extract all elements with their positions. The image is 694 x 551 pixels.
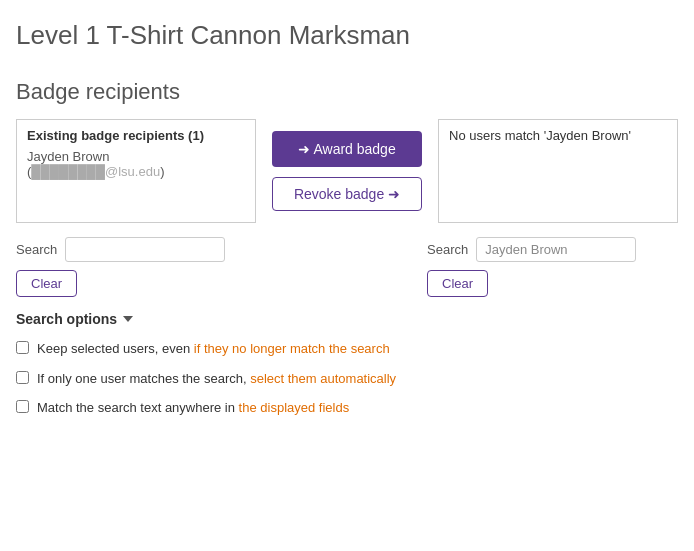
left-search-area: Search <box>16 237 267 262</box>
existing-panel: Existing badge recipients (1) Jayden Bro… <box>16 119 256 223</box>
clear-buttons-row: Clear Clear <box>16 270 678 297</box>
option-text-2: If only one user matches the search, sel… <box>37 369 396 389</box>
left-search-input[interactable] <box>65 237 225 262</box>
highlight-2: select them automatically <box>250 371 396 386</box>
highlight-1: if they no longer match the search <box>194 341 390 356</box>
option-row-2: If only one user matches the search, sel… <box>16 369 678 389</box>
option-row-1: Keep selected users, even if they no lon… <box>16 339 678 359</box>
revoke-badge-button[interactable]: Revoke badge ➜ <box>272 177 422 211</box>
award-badge-button[interactable]: ➜ Award badge <box>272 131 422 167</box>
right-clear-area: Clear <box>427 270 678 297</box>
no-match-text: No users match 'Jayden Brown' <box>449 128 667 143</box>
badge-recipients-heading: Badge recipients <box>16 79 678 105</box>
search-row: Search Search <box>16 237 678 262</box>
right-search-area: Search <box>427 237 678 262</box>
option-text-1: Keep selected users, even if they no lon… <box>37 339 390 359</box>
chevron-down-icon <box>123 316 133 322</box>
no-match-panel: No users match 'Jayden Brown' <box>438 119 678 223</box>
left-clear-area: Clear <box>16 270 267 297</box>
right-search-label: Search <box>427 242 468 257</box>
option-checkbox-2[interactable] <box>16 371 29 384</box>
user-email: ████████@lsu.edu <box>31 164 160 179</box>
left-clear-button[interactable]: Clear <box>16 270 77 297</box>
highlight-3: the displayed fields <box>239 400 350 415</box>
search-options-toggle[interactable]: Search options <box>16 311 678 327</box>
right-search-input[interactable] <box>476 237 636 262</box>
recipients-area: Existing badge recipients (1) Jayden Bro… <box>16 119 678 223</box>
option-text-3: Match the search text anywhere in the di… <box>37 398 349 418</box>
page-title: Level 1 T-Shirt Cannon Marksman <box>16 20 678 51</box>
option-checkbox-1[interactable] <box>16 341 29 354</box>
option-checkbox-3[interactable] <box>16 400 29 413</box>
option-row-3: Match the search text anywhere in the di… <box>16 398 678 418</box>
left-search-label: Search <box>16 242 57 257</box>
action-buttons: ➜ Award badge Revoke badge ➜ <box>256 119 438 223</box>
right-clear-button[interactable]: Clear <box>427 270 488 297</box>
existing-panel-title: Existing badge recipients (1) <box>27 128 245 143</box>
user-entry: Jayden Brown (████████@lsu.edu) <box>27 149 245 179</box>
search-options-label: Search options <box>16 311 117 327</box>
user-name-close: ) <box>160 164 164 179</box>
